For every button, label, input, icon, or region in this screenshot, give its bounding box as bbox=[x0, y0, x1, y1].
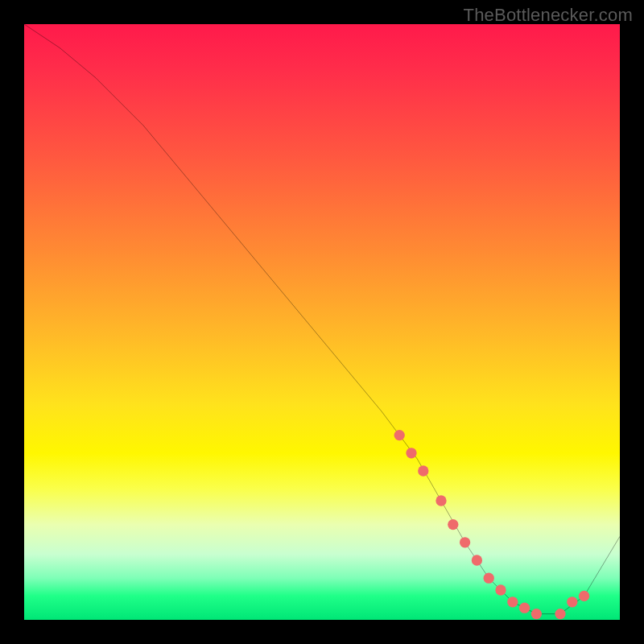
marker-group bbox=[394, 430, 590, 619]
marker-dot bbox=[579, 591, 589, 601]
marker-dot bbox=[531, 609, 542, 619]
marker-dot bbox=[567, 597, 577, 607]
marker-dot bbox=[406, 448, 416, 458]
attribution-text: TheBottlenecker.com bbox=[464, 5, 633, 26]
marker-dot bbox=[507, 597, 518, 607]
marker-dot bbox=[519, 603, 530, 613]
bottleneck-curve-path bbox=[24, 24, 620, 614]
marker-dot bbox=[448, 519, 458, 530]
plot-area bbox=[24, 24, 620, 620]
marker-dot bbox=[472, 555, 482, 565]
marker-dot bbox=[555, 609, 565, 619]
chart-frame: TheBottlenecker.com bbox=[0, 0, 644, 644]
marker-dot bbox=[495, 584, 506, 595]
marker-dot bbox=[484, 573, 494, 584]
marker-dot bbox=[418, 465, 428, 476]
marker-dot bbox=[460, 537, 470, 547]
curve-svg bbox=[24, 24, 620, 620]
marker-dot bbox=[394, 430, 405, 440]
marker-dot bbox=[436, 495, 446, 506]
